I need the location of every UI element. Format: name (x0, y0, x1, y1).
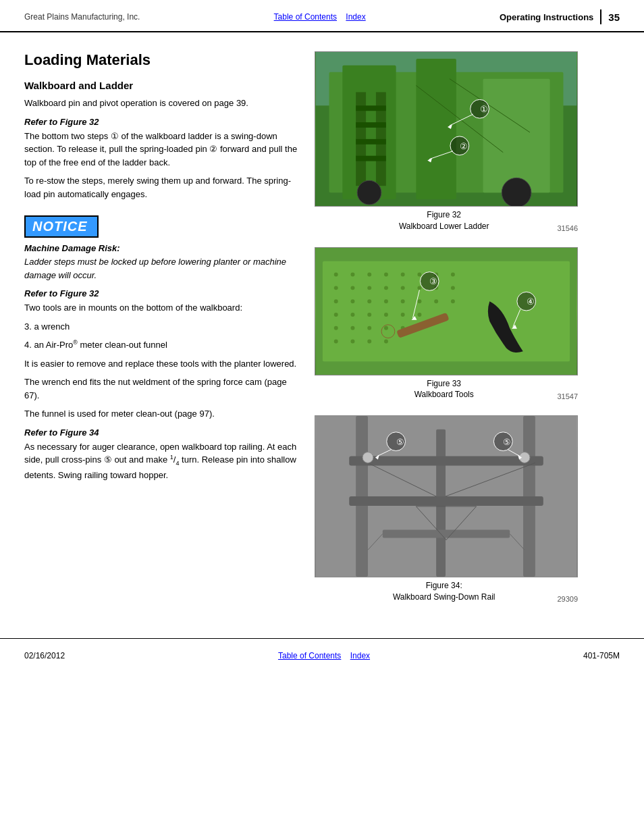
company-name: Great Plains Manufacturing, Inc. (24, 12, 140, 22)
svg-point-41 (451, 286, 455, 290)
table-of-contents-link-header[interactable]: Table of Contents (274, 12, 337, 22)
figure-32-caption-row: Figure 32 Walkboard Lower Ladder 31546 (315, 209, 578, 232)
notice-box: NOTICE (24, 215, 99, 238)
right-column: ① ② Figure 32 Walkboard Lower Ladde (315, 51, 620, 618)
svg-point-43 (351, 299, 355, 303)
re-stow-text: To re-stow the steps, merely swing them … (24, 174, 301, 201)
svg-text:⑤: ⑤ (503, 437, 511, 447)
svg-point-34 (334, 286, 338, 290)
svg-point-12 (357, 180, 381, 205)
svg-point-55 (417, 313, 421, 317)
svg-point-58 (367, 325, 371, 330)
page-header: Great Plains Manufacturing, Inc. Table o… (0, 0, 644, 32)
svg-point-45 (384, 299, 388, 303)
svg-point-26 (334, 272, 338, 276)
svg-point-30 (401, 272, 405, 276)
svg-point-61 (334, 339, 338, 343)
figure-34-caption: Figure 34: Walkboard Swing-Down Rail (335, 580, 553, 603)
refer-fig34: Refer to Figure 34 (24, 427, 301, 438)
notice-title: Machine Damage Risk: (24, 243, 301, 253)
main-content: Loading Materials Walkboard and Ladder W… (0, 32, 644, 618)
svg-text:②: ② (460, 141, 468, 151)
svg-point-42 (334, 299, 338, 303)
svg-point-37 (384, 286, 388, 290)
auger-clearance-text: As necessary for auger clearance, open w… (24, 440, 301, 481)
svg-text:③: ③ (429, 276, 437, 286)
page-number: 35 (608, 11, 620, 23)
svg-point-29 (384, 272, 388, 276)
footer-doc-number: 401-705M (583, 651, 620, 660)
svg-point-53 (384, 313, 388, 317)
svg-rect-11 (356, 156, 386, 161)
header-divider (600, 9, 601, 24)
svg-rect-9 (356, 122, 386, 128)
svg-point-54 (401, 313, 405, 317)
figure-32-ref-num: 31546 (553, 224, 578, 232)
svg-rect-25 (323, 261, 570, 361)
svg-point-49 (451, 299, 455, 303)
svg-point-44 (367, 299, 371, 303)
figure-33-ref-num: 31547 (553, 392, 578, 400)
svg-point-38 (401, 286, 405, 290)
figure-33-block: ③ ④ Figure 33 Walkboard Tools (315, 247, 620, 401)
walkboard-intro-text: Walkboard pin and pivot operation is cov… (24, 97, 301, 110)
svg-point-46 (401, 299, 405, 303)
footer-date: 02/16/2012 (24, 651, 65, 660)
figure-34-block: ⑤ ⑤ Figure 34: Walkboard Swing-Down (315, 415, 620, 603)
svg-point-28 (367, 272, 371, 276)
svg-point-64 (384, 339, 388, 343)
figure-32-caption: Figure 32 Walkboard Lower Ladder (335, 209, 553, 232)
svg-point-39 (417, 286, 421, 290)
svg-point-51 (351, 313, 355, 317)
svg-point-57 (351, 325, 355, 330)
notice-body: Ladder steps must be locked up before lo… (24, 255, 301, 282)
table-of-contents-link-footer[interactable]: Table of Contents (278, 651, 341, 660)
svg-point-50 (334, 313, 338, 317)
svg-text:④: ④ (527, 296, 535, 307)
svg-text:⑤: ⑤ (396, 437, 404, 447)
svg-rect-10 (356, 139, 386, 145)
two-tools-text: Two tools are in mounts on the bottom of… (24, 301, 301, 315)
figure-33-caption-row: Figure 33 Walkboard Tools 31547 (315, 378, 578, 401)
svg-rect-84 (383, 530, 510, 538)
left-column: Loading Materials Walkboard and Ladder W… (24, 51, 315, 618)
svg-rect-5 (483, 79, 550, 193)
svg-point-47 (417, 299, 421, 303)
index-link-header[interactable]: Index (346, 12, 365, 22)
svg-point-35 (351, 286, 355, 290)
svg-rect-3 (342, 66, 396, 199)
page-footer: 02/16/2012 Table of Contents Index 401-7… (0, 638, 644, 670)
figure-34-ref-num: 29309 (553, 595, 578, 603)
svg-point-33 (451, 272, 455, 276)
item4-text: 4. an Air-Pro® meter clean-out funnel (24, 338, 301, 352)
svg-point-62 (351, 339, 355, 343)
svg-point-13 (502, 178, 531, 206)
header-nav: Table of Contents Index (274, 12, 366, 22)
figure-32-block: ① ② Figure 32 Walkboard Lower Ladde (315, 51, 620, 232)
header-title-area: Operating Instructions 35 (500, 9, 620, 24)
subsection-heading: Walkboard and Ladder (24, 80, 301, 91)
bottom-steps-text: The bottom two steps ① of the walkboard … (24, 130, 301, 170)
svg-rect-81 (349, 496, 543, 506)
easier-remove-text: It is easier to remove and replace these… (24, 357, 301, 371)
refer-fig32-first: Refer to Figure 32 (24, 117, 301, 127)
section-heading: Loading Materials (24, 51, 301, 69)
item3-text: 3. a wrench (24, 320, 301, 334)
svg-point-59 (384, 325, 388, 330)
index-link-footer[interactable]: Index (350, 651, 370, 660)
svg-point-36 (367, 286, 371, 290)
page: Great Plains Manufacturing, Inc. Table o… (0, 0, 644, 834)
operating-instructions-label: Operating Instructions (500, 12, 593, 22)
svg-point-63 (367, 339, 371, 343)
footer-nav: Table of Contents Index (278, 651, 370, 660)
funnel-text: The funnel is used for meter clean-out (… (24, 407, 301, 421)
wrench-end-text: The wrench end fits the nut weldment of … (24, 375, 301, 402)
figure-32-image: ① ② (315, 51, 578, 207)
svg-rect-8 (356, 105, 386, 111)
figure-33-caption: Figure 33 Walkboard Tools (335, 378, 553, 401)
figure-34-image: ⑤ ⑤ (315, 415, 578, 577)
figure-34-caption-row: Figure 34: Walkboard Swing-Down Rail 293… (315, 580, 578, 603)
svg-point-48 (434, 299, 438, 303)
notice-label: NOTICE (32, 219, 88, 234)
svg-point-31 (417, 272, 421, 276)
